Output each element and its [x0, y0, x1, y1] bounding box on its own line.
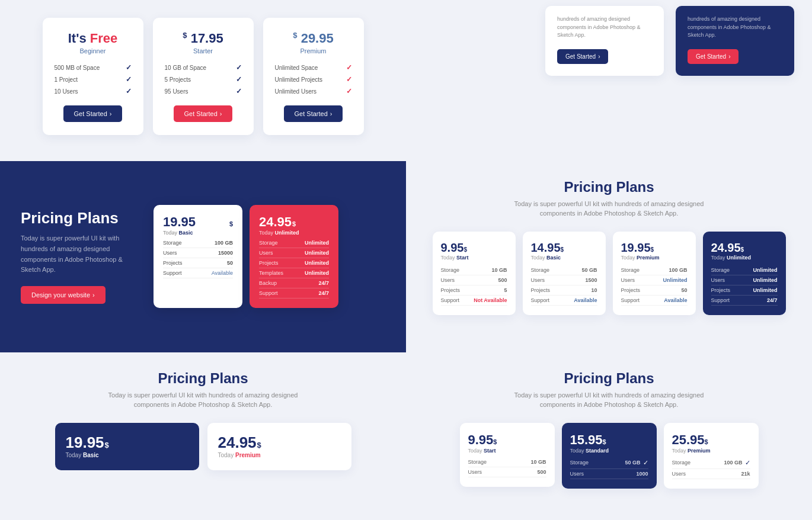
feature-row: Storage10 GB — [441, 265, 507, 275]
features-list: Storage 100 GB ✓ Users 21k — [672, 457, 750, 479]
feature-row: Unlimited Users ✓ — [275, 85, 352, 97]
get-started-card-light: hundreds of amazing designed components … — [676, 6, 794, 76]
price-sup: $ — [105, 441, 109, 450]
feature-row: Projects50 — [163, 258, 233, 268]
feature-row: SupportAvailable — [163, 268, 233, 278]
plan-card-standard: 15.95 $ Today Standard Storage 50 GB ✓ U… — [562, 423, 657, 489]
check-icon: ✓ — [346, 87, 352, 95]
btn-label: Get Started — [74, 110, 107, 117]
today-label: Today Start — [441, 255, 507, 261]
check-icon: ✓ — [126, 87, 132, 95]
price-number: 19.95 — [163, 214, 229, 230]
chevron-right-icon: › — [220, 110, 222, 117]
check-icon: ✓ — [346, 75, 352, 84]
feature-row: StorageUnlimited — [259, 238, 329, 248]
get-started-button[interactable]: Get Started › — [557, 49, 608, 64]
mid-left-text: Pricing Plans Today is super powerful UI… — [21, 209, 139, 303]
price-number: 9.95 — [441, 241, 464, 255]
price-premium: $ 29.95 — [293, 31, 333, 46]
chevron-right-icon: › — [92, 291, 95, 298]
today-label: Today Unlimited — [259, 230, 329, 236]
btn-label: Get Started — [696, 53, 726, 60]
feature-row: StorageUnlimited — [711, 265, 778, 275]
feature-row: 1 Project ✓ — [55, 73, 132, 85]
mid-cards-container: 19.95 $ Today Basic Storage100 GB Users1… — [154, 205, 338, 308]
plan-name: Unlimited — [275, 230, 299, 236]
check-icon: ✓ — [236, 87, 242, 95]
feature-label: 5 Projects — [165, 76, 191, 83]
price-sup: $ — [651, 246, 654, 253]
feature-row: Users500 — [441, 275, 507, 285]
feature-row: 10 GB of Space ✓ — [165, 62, 242, 73]
plan-card-start: 9.95 $ Today Start Storage 10 GB Users 5… — [460, 423, 555, 487]
feature-row: Projects5 — [441, 285, 507, 296]
today-label: Today Premium — [672, 448, 750, 454]
today-label: Today Basic — [66, 452, 188, 458]
price-number: 25.95 — [672, 432, 705, 448]
check-icon: ✓ — [126, 75, 132, 84]
feature-label: 95 Users — [165, 88, 188, 95]
plan-type-premium: Premium — [300, 47, 326, 54]
feature-row: Users1500 — [531, 275, 597, 285]
price-sup: $ — [292, 220, 296, 227]
get-started-button[interactable]: Get Started › — [284, 105, 343, 122]
plan-card-unlimited: 24.95 $ Today Unlimited StorageUnlimited… — [250, 205, 338, 308]
plan-card-basic: 19.95 $ Today Basic Storage100 GB Users1… — [154, 205, 242, 308]
bot-left-panel: Pricing Plans Today is super powerful UI… — [0, 352, 406, 520]
plan-name: Start — [456, 255, 469, 261]
features-list: Storage 50 GB ✓ Users 1000 — [570, 457, 648, 479]
plan-card-basic: 14.95 $ Today Basic Storage50 GB Users15… — [523, 232, 606, 315]
price-display: 19.95 $ — [66, 434, 188, 452]
feature-label: Unlimited Projects — [275, 76, 323, 83]
check-icon: ✓ — [126, 63, 132, 72]
feature-row: UsersUnlimited — [259, 248, 329, 258]
feature-label: Unlimited Users — [275, 88, 317, 95]
dollar-sign: $ — [293, 31, 297, 40]
btn-label: Design your website — [31, 291, 90, 298]
check-icon: ✓ — [745, 459, 750, 467]
section-subtitle: Today is super powerful UI kit with hund… — [97, 390, 310, 410]
plan-card-start: 9.95 $ Today Start Storage10 GB Users500… — [433, 232, 516, 315]
plan-card-premium: 19.95 $ Today Premium Storage100 GB User… — [613, 232, 696, 315]
price-free: It's Free — [68, 31, 118, 46]
feature-row: ProjectsUnlimited — [259, 258, 329, 268]
get-started-button[interactable]: Get Started › — [63, 105, 123, 122]
features-list: Storage10 GB Users500 Projects5 SupportN… — [441, 265, 507, 306]
plan-card-premium: 25.95 $ Today Premium Storage 100 GB ✓ U… — [664, 423, 759, 489]
card-text: hundreds of amazing designed components … — [557, 15, 652, 40]
feature-row: 95 Users ✓ — [165, 85, 242, 97]
plan-name: Unlimited — [727, 255, 751, 261]
get-started-button[interactable]: Get Started › — [688, 49, 739, 64]
today-label: Today Start — [468, 448, 546, 454]
price-value: 29.95 — [301, 31, 334, 46]
plan-type-beginner: Beginner — [79, 47, 106, 54]
design-website-button[interactable]: Design your website › — [21, 286, 106, 304]
get-started-button[interactable]: Get Started › — [174, 105, 233, 122]
dollar-sign: $ — [183, 31, 187, 40]
feature-row: TemplatesUnlimited — [259, 268, 329, 278]
top-right-panel: hundreds of amazing designed components … — [406, 0, 812, 161]
feature-row: Storage100 GB — [163, 238, 233, 248]
feature-row: Unlimited Projects ✓ — [275, 73, 352, 85]
feature-label: 1 Project — [55, 76, 78, 83]
price-display: 19.95 $ — [163, 214, 233, 230]
feature-row: Users 1000 — [570, 469, 648, 479]
bot-right-panel: Pricing Plans Today is super powerful UI… — [406, 352, 812, 520]
get-started-card-dark: hundreds of amazing designed components … — [545, 6, 664, 76]
price-sup: $ — [229, 220, 233, 227]
feature-row: UsersUnlimited — [621, 275, 688, 285]
price-display: 24.95 $ — [218, 434, 341, 452]
feature-row: Users 21k — [672, 469, 750, 479]
chevron-right-icon: › — [598, 53, 600, 60]
price-starter: $ 17.95 — [183, 31, 223, 46]
today-label: Today Premium — [621, 255, 688, 261]
btn-label: Get Started — [565, 53, 596, 60]
mid-right-panel: Pricing Plans Today is super powerful UI… — [406, 161, 812, 352]
plan-name: Basic — [179, 230, 193, 236]
feature-row: Users15000 — [163, 248, 233, 258]
feature-row: SupportAvailable — [621, 296, 688, 306]
price-display: 24.95 $ — [259, 214, 329, 230]
plan-name: Basic — [83, 452, 99, 458]
feature-label: 10 Users — [55, 88, 78, 95]
feature-row: Storage 10 GB — [468, 457, 546, 467]
